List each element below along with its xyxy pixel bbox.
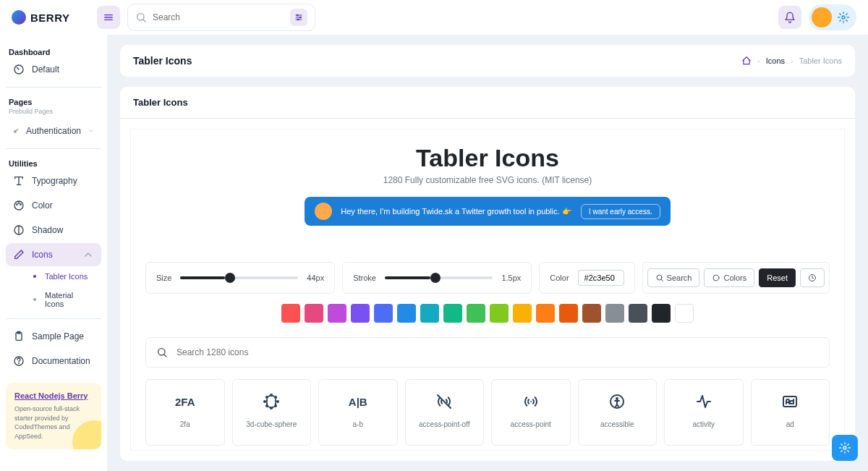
sidebar-item-material-icons[interactable]: Material Icons xyxy=(26,287,101,313)
sidebar-item-color[interactable]: Color xyxy=(6,194,101,217)
svg-line-4 xyxy=(143,20,145,22)
download-button[interactable] xyxy=(800,268,825,287)
icon-label: 3d-cube-sphere xyxy=(246,420,297,428)
swatch[interactable] xyxy=(374,304,393,323)
color-palette xyxy=(145,304,830,323)
sidebar-item-icons[interactable]: Icons xyxy=(6,243,101,266)
swatch[interactable] xyxy=(420,304,439,323)
stroke-slider[interactable] xyxy=(385,276,493,279)
sidebar-item-sample[interactable]: Sample Page xyxy=(6,325,101,348)
section-utilities: Utilities xyxy=(6,155,101,169)
swatch[interactable] xyxy=(582,304,601,323)
sidebar-item-typography[interactable]: Typography xyxy=(6,169,101,192)
icon-cell-accessible[interactable]: accessible xyxy=(578,379,658,446)
banner-avatar xyxy=(315,203,332,220)
crumb-icons[interactable]: Icons xyxy=(766,56,785,65)
icon-cell-a-b[interactable]: A|Ba-b xyxy=(318,379,398,446)
gear-icon xyxy=(839,442,851,454)
svg-point-19 xyxy=(20,204,21,205)
avatar xyxy=(812,7,832,27)
logo-icon xyxy=(12,10,26,25)
section-dashboard: Dashboard xyxy=(6,43,101,58)
svg-point-37 xyxy=(264,401,265,402)
main-card: Tabler Icons Tabler Icons 1280 Fully cus… xyxy=(120,87,855,461)
swatch[interactable] xyxy=(629,304,647,323)
swatch[interactable] xyxy=(513,304,532,323)
preview-scroll[interactable]: Tabler Icons 1280 Fully customizable fre… xyxy=(130,129,845,451)
brand-text: BERRY xyxy=(30,12,69,24)
swatch[interactable] xyxy=(351,304,370,323)
breadcrumb-card: Tabler Icons › Icons › Tabler Icons xyxy=(120,45,855,77)
reset-button[interactable]: Reset xyxy=(759,268,796,287)
svg-point-24 xyxy=(19,363,20,364)
icon-cell-access-point-off[interactable]: access-point-off xyxy=(405,379,485,446)
color-input[interactable] xyxy=(578,270,624,286)
preview-subtitle: 1280 Fully customizable free SVG icons. … xyxy=(145,175,830,185)
swatch[interactable] xyxy=(675,304,694,323)
help-icon xyxy=(13,355,25,367)
sidebar-item-tabler-icons[interactable]: Tabler Icons xyxy=(26,268,101,285)
swatch[interactable] xyxy=(536,304,555,323)
notifications-button[interactable] xyxy=(778,6,801,29)
page-title: Tabler Icons xyxy=(133,55,192,67)
menu-toggle-button[interactable] xyxy=(97,6,120,29)
swatch[interactable] xyxy=(443,304,462,323)
icon-search-box[interactable] xyxy=(145,337,830,368)
svg-point-8 xyxy=(297,14,298,16)
breadcrumb: › Icons › Tabler Icons xyxy=(741,56,842,66)
bell-icon xyxy=(784,12,796,23)
bullet-icon xyxy=(33,275,36,278)
icon-label: a-b xyxy=(353,420,363,428)
sidebar-item-docs[interactable]: Documentation xyxy=(6,349,101,373)
swatch[interactable] xyxy=(281,304,300,323)
size-slider[interactable] xyxy=(180,276,298,279)
swatch[interactable] xyxy=(467,304,485,323)
icon-cell-access-point[interactable]: access-point xyxy=(491,379,571,446)
sidebar-item-auth[interactable]: Authentication xyxy=(6,119,101,143)
swatch[interactable] xyxy=(397,304,416,323)
gauge-icon xyxy=(13,64,25,75)
menu-icon xyxy=(103,12,114,23)
swatch[interactable] xyxy=(328,304,346,323)
access-point-icon xyxy=(522,391,540,412)
key-icon xyxy=(13,125,19,137)
palette-icon xyxy=(13,200,25,211)
crumb-current: Tabler Icons xyxy=(799,56,842,65)
icon-label: accessible xyxy=(600,420,634,428)
3d-cube-sphere-icon xyxy=(263,391,280,412)
icon-cell-activity[interactable]: activity xyxy=(664,379,744,446)
search-filter-button[interactable] xyxy=(290,9,307,26)
promo-title[interactable]: React Nodejs Berry xyxy=(14,391,93,400)
stroke-control: Stroke 1.5px xyxy=(342,262,532,294)
svg-point-9 xyxy=(299,17,301,18)
swatch[interactable] xyxy=(559,304,578,323)
a-b-icon: A|B xyxy=(349,391,367,412)
icon-cell-2fa[interactable]: 2FA2fa xyxy=(145,379,225,446)
sidebar-item-shadow[interactable]: Shadow xyxy=(6,218,101,242)
icon-label: 2fa xyxy=(180,420,190,428)
colors-button[interactable]: Colors xyxy=(704,268,754,287)
action-buttons: Search Colors Reset xyxy=(642,262,830,294)
settings-fab[interactable] xyxy=(832,435,858,461)
swatch[interactable] xyxy=(305,304,323,323)
swatch[interactable] xyxy=(605,304,624,323)
search-input[interactable] xyxy=(153,12,284,22)
search-icon xyxy=(156,347,168,358)
access-point-off-icon xyxy=(435,391,453,412)
icon-search-input[interactable] xyxy=(176,347,819,357)
global-search[interactable] xyxy=(127,4,315,31)
icon-cell-ad[interactable]: ad xyxy=(751,379,830,446)
logo[interactable]: BERRY xyxy=(12,10,90,25)
banner-cta-button[interactable]: I want early access. xyxy=(581,204,660,219)
search-button[interactable]: Search xyxy=(647,268,700,287)
ad-icon xyxy=(781,391,799,412)
swatch[interactable] xyxy=(490,304,509,323)
clipboard-icon xyxy=(13,331,25,342)
icon-cell-3d-cube-sphere[interactable]: 3d-cube-sphere xyxy=(232,379,312,446)
sidebar-item-default[interactable]: Default xyxy=(6,58,101,81)
home-icon[interactable] xyxy=(741,56,752,66)
search-icon xyxy=(135,12,147,23)
swatch[interactable] xyxy=(652,304,671,323)
profile-chip[interactable] xyxy=(809,4,856,30)
icon-label: access-point xyxy=(511,420,551,428)
